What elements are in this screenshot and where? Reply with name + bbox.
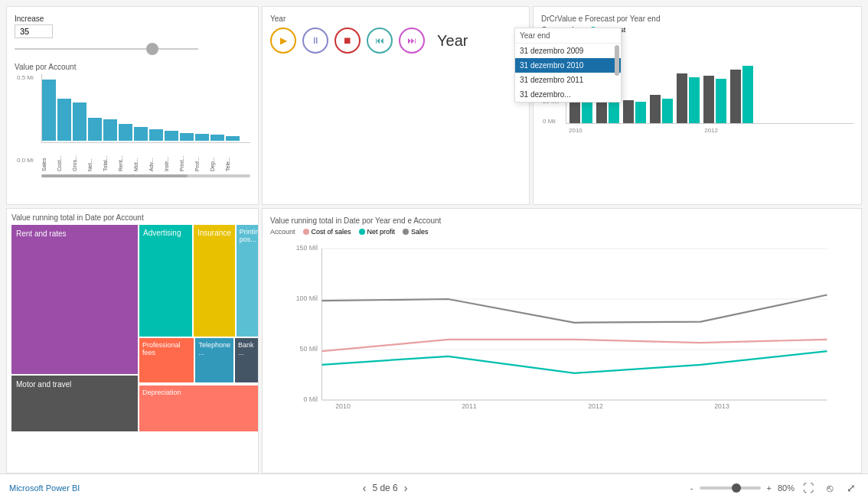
treemap-label-adv: Advertising (143, 229, 181, 237)
linechart-panel: Value running total in Date por Year end… (262, 208, 862, 473)
dropdown-item-3[interactable]: 31 dezembro... (515, 87, 621, 102)
treemap-cell-dep[interactable]: Depreciation (139, 386, 259, 431)
year-dropdown[interactable]: Year end 31 dezembro 2009 31 dezembro 20… (514, 28, 622, 102)
dropdown-item-0[interactable]: 31 dezembro 2009 (515, 44, 621, 58)
x-label-2012: 2012 (657, 127, 718, 134)
controls-panel: Increase 35 Value por Account 0.5 Mi 0.0… (6, 6, 259, 205)
linechart-legend: Account Cost of sales Net profit Sales (270, 228, 853, 236)
forecast-dark-4[interactable] (677, 73, 687, 123)
prev-button[interactable]: ⏮ (367, 28, 393, 54)
forecast-x-labels: 2010 2012 (566, 125, 853, 135)
bar-item-1[interactable] (57, 99, 71, 141)
zoom-thumb[interactable] (732, 483, 741, 493)
bar-label-10: Prof... (194, 145, 208, 171)
forecast-teal-5[interactable] (716, 79, 726, 123)
treemap-cell-motor[interactable]: Motor and travel (11, 376, 138, 431)
slider-track (15, 48, 198, 50)
bar-label-1: Cost... (57, 145, 70, 171)
zoom-plus[interactable]: + (767, 483, 772, 493)
bar-item-11[interactable] (210, 135, 224, 141)
treemap-col2-bottom: Professional fees Telephone ... Bank ... (139, 338, 259, 382)
bar-chart-title: Value por Account (15, 63, 250, 71)
dropdown-item-2[interactable]: 31 dezembro 2011 (515, 73, 621, 87)
pause-button[interactable]: ⏸ (302, 28, 328, 54)
treemap-cell-prof[interactable]: Professional fees (139, 338, 194, 382)
stop-button[interactable]: ⏹ (334, 28, 361, 54)
bar-item-9[interactable] (180, 133, 194, 141)
forecast-teal-4[interactable] (689, 77, 700, 123)
forecast-teal-1[interactable] (609, 100, 619, 123)
x-2011: 2011 (462, 402, 477, 408)
play-button[interactable]: ▶ (270, 28, 296, 54)
forecast-dark-5[interactable] (703, 76, 714, 123)
forecast-group-6 (730, 66, 753, 123)
bar-item-4[interactable] (103, 119, 117, 141)
treemap-panel: Value running total in Date por Account … (6, 208, 259, 473)
forecast-dark-2[interactable] (623, 100, 634, 123)
legend-sales: Sales (403, 228, 429, 236)
zoom-slider[interactable] (700, 486, 761, 490)
forecast-group-2 (623, 100, 646, 123)
zoom-minus[interactable]: - (690, 483, 693, 493)
bar-labels: SalesCost...Gros...Net...Total...Rent...… (41, 145, 250, 171)
prev-page-arrow[interactable]: ‹ (363, 482, 367, 494)
bar-item-8[interactable] (165, 131, 178, 141)
treemap-col1: Rent and rates Motor and travel (11, 225, 138, 431)
treemap-col2: Advertising Insurance Printing, pos... P… (139, 225, 259, 431)
dropdown-header-label: Year end (520, 31, 550, 40)
treemap-label-rent: Rent and rates (16, 229, 67, 238)
bar-item-10[interactable] (195, 134, 209, 141)
expand-icon[interactable]: ⤢ (844, 480, 859, 496)
bar-label-12: Tele... (225, 145, 239, 171)
increase-section: Increase 35 (15, 15, 250, 57)
powerbi-link[interactable]: Microsoft Power BI (9, 483, 80, 493)
bar-chart-wrapper: 0.5 Mi 0.0 Mi SalesCost...Gros...Net...T… (41, 74, 250, 177)
forecast-group-5 (703, 76, 726, 123)
treemap-cell-ins[interactable]: Insurance (194, 225, 235, 337)
forecast-group-3 (650, 95, 673, 123)
bar-label-5: Rent... (118, 145, 132, 171)
forecast-teal-3[interactable] (662, 99, 673, 123)
legend-netprofit: Net profit (359, 228, 396, 236)
bar-label-3: Net... (87, 145, 101, 171)
bar-item-12[interactable] (226, 136, 240, 141)
bar-item-5[interactable] (119, 124, 132, 141)
treemap-cell-tel[interactable]: Telephone ... (195, 338, 233, 382)
forecast-teal-2[interactable] (635, 102, 646, 123)
year-text: Year (437, 32, 468, 50)
treemap-title: Value running total in Date por Account (11, 213, 253, 222)
bar-item-7[interactable] (149, 129, 163, 141)
slider-thumb[interactable] (146, 43, 158, 55)
bar-item-3[interactable] (88, 118, 102, 141)
forecast-dark-3[interactable] (650, 95, 661, 123)
legend-cost: Cost of sales (303, 228, 351, 236)
y-150: 150 Mil (296, 244, 318, 252)
bar-label-7: Adv... (148, 145, 162, 171)
dropdown-item-1[interactable]: 31 dezembro 2010 (515, 58, 621, 73)
treemap-cell-adv[interactable]: Advertising (139, 225, 192, 337)
page-indicator: 5 de 6 (372, 483, 397, 493)
treemap-cell-print[interactable]: Printing, pos... (237, 225, 259, 337)
y-axis-bottom: 0.0 Mi (17, 157, 34, 164)
next-button[interactable]: ⏭ (399, 28, 425, 54)
bar-item-0[interactable] (42, 80, 56, 141)
bottom-right-controls: - + 80% ⛶ ⎋ ⤢ (690, 480, 859, 496)
share-icon[interactable]: ⎋ (822, 480, 837, 496)
treemap-cell-rent[interactable]: Rent and rates (11, 225, 138, 374)
bar-item-6[interactable] (134, 127, 148, 141)
forecast-dark-6[interactable] (730, 70, 741, 123)
netprofit-line (322, 351, 827, 373)
forecast-teal-6[interactable] (742, 66, 753, 123)
increase-slider[interactable] (15, 41, 198, 57)
dropdown-scrollbar[interactable] (615, 45, 619, 76)
fullscreen-icon[interactable]: ⛶ (801, 480, 816, 496)
treemap-cell-bank[interactable]: Bank ... (235, 338, 259, 382)
next-page-arrow[interactable]: › (404, 482, 408, 494)
treemap[interactable]: Rent and rates Motor and travel Advertis… (11, 225, 253, 431)
bar-label-2: Gros... (72, 145, 86, 171)
y-50: 50 Mil (300, 345, 318, 353)
bar-label-8: Instr... (164, 145, 178, 171)
legend-label-cost: Cost of sales (312, 228, 351, 236)
bar-item-2[interactable] (73, 102, 86, 141)
media-controls-panel: Year ▶ ⏸ ⏹ ⏮ ⏭ Year (262, 6, 530, 205)
